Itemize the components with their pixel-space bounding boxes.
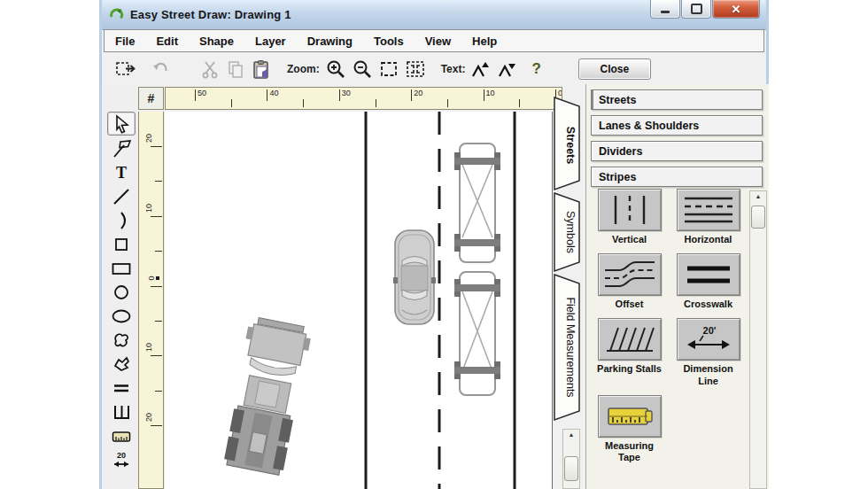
category-lanes-and-shoulders[interactable]: Lanes & Shoulders — [591, 115, 763, 136]
vruler-major-tick — [151, 286, 162, 287]
parallel-lines-tool[interactable] — [108, 376, 135, 399]
scroll-up-icon[interactable]: ▲ — [563, 430, 579, 440]
freeform-tool[interactable] — [108, 353, 135, 375]
cut-button[interactable] — [199, 58, 221, 80]
car[interactable] — [393, 230, 436, 324]
vruler-label: 20 — [144, 413, 153, 422]
help-button[interactable]: ? — [531, 60, 540, 78]
close-drawing-button[interactable]: Close — [578, 58, 651, 80]
undo-button[interactable] — [150, 58, 171, 80]
line-tool[interactable] — [108, 185, 135, 207]
item-parking-stalls[interactable]: Parking Stalls — [590, 318, 669, 386]
rectangle-tool[interactable] — [108, 257, 135, 279]
copy-button[interactable] — [225, 58, 246, 80]
measuring-tape-tool[interactable] — [108, 424, 135, 446]
text-tool[interactable]: T — [108, 161, 135, 183]
decrease-text-button[interactable] — [496, 58, 517, 80]
paste-icon — [251, 58, 272, 80]
ellipse-tool[interactable] — [108, 305, 135, 327]
menu-item-layer[interactable]: Layer — [255, 35, 286, 48]
panel-scroll-thumb[interactable] — [751, 206, 765, 229]
panel-vertical-scrollbar[interactable]: ▲ — [749, 190, 767, 489]
copy-to-clipboard-button[interactable] — [114, 58, 136, 80]
zoom-window-button[interactable] — [378, 58, 399, 80]
menu-item-drawing[interactable]: Drawing — [307, 35, 353, 48]
tab-symbols[interactable]: Symbols — [554, 193, 579, 271]
canvas-vertical-scrollbar[interactable]: ▲ — [562, 429, 580, 489]
category-dividers[interactable]: Dividers — [591, 141, 763, 161]
menu-item-tools[interactable]: Tools — [374, 35, 404, 48]
item-dimension-line[interactable]: 20' Dimension Line — [669, 318, 748, 386]
menu-item-file[interactable]: File — [115, 35, 135, 48]
vruler-label: 10 — [144, 204, 153, 213]
ruler-corner-button[interactable]: # — [138, 87, 164, 110]
hruler-minor-tick — [231, 99, 232, 107]
drawing-canvas[interactable] — [165, 112, 553, 489]
closed-curve-icon — [111, 330, 132, 351]
item-vertical[interactable]: Vertical — [590, 189, 669, 245]
category-streets[interactable]: Streets — [591, 89, 763, 110]
hruler-major-tick — [411, 89, 412, 101]
hruler-label: 20 — [414, 89, 422, 97]
hruler-label: 30 — [342, 89, 351, 97]
item-measuring-tape[interactable]: Measuring Tape — [590, 395, 669, 463]
svg-text:T: T — [115, 164, 126, 182]
arc-tool[interactable] — [108, 209, 135, 231]
trailer-1[interactable] — [454, 144, 500, 262]
scroll-up-icon[interactable]: ▲ — [750, 191, 766, 202]
horizontal-ruler: 50403020100 ft — [165, 87, 562, 110]
freeform-icon — [111, 353, 132, 375]
zoom-fit-icon — [405, 58, 426, 80]
closed-curve-tool[interactable] — [108, 329, 135, 351]
menu-item-edit[interactable]: Edit — [156, 35, 178, 48]
circle-tool[interactable] — [108, 281, 135, 303]
paste-button[interactable] — [251, 58, 272, 80]
maximize-button[interactable] — [681, 0, 711, 19]
parking-stalls-icon — [601, 322, 658, 357]
svg-text:Field Measurements: Field Measurements — [564, 297, 577, 397]
hruler-minor-tick — [519, 99, 520, 107]
measuring-tape-tool-icon — [111, 425, 132, 446]
ellipse-icon — [111, 306, 132, 327]
square-tool[interactable] — [108, 233, 135, 255]
minimize-button[interactable] — [650, 0, 680, 19]
close-icon: ✕ — [732, 4, 741, 15]
title-bar[interactable]: Easy Street Draw: Drawing 1 ✕ — [102, 0, 766, 30]
tab-streets[interactable]: Streets — [554, 97, 579, 190]
menu-item-shape[interactable]: Shape — [199, 35, 234, 48]
channel-tool[interactable] — [108, 400, 135, 423]
vruler-label: 20 — [144, 134, 153, 143]
vruler-minor-tick — [155, 391, 162, 392]
dimension-line-tool[interactable]: 20 — [108, 448, 135, 470]
channel-icon — [111, 401, 132, 423]
item-offset[interactable]: Offset — [590, 253, 669, 310]
zoom-out-button[interactable] — [352, 58, 373, 80]
callout-tool[interactable] — [108, 137, 135, 159]
close-window-button[interactable]: ✕ — [712, 0, 760, 19]
crosswalk-icon — [680, 257, 737, 292]
item-crosswalk[interactable]: Crosswalk — [669, 253, 748, 310]
hruler-label: 10 — [486, 89, 495, 97]
zoom-fit-button[interactable] — [405, 58, 426, 80]
hruler-label: 40 — [269, 89, 278, 97]
line-icon — [111, 186, 132, 207]
svg-text:Symbols: Symbols — [564, 211, 577, 253]
item-horizontal[interactable]: Horizontal — [669, 189, 748, 245]
truck[interactable] — [221, 316, 313, 477]
canvas-scroll-thumb[interactable] — [564, 456, 578, 481]
hruler-label: 50 — [198, 89, 206, 97]
zoom-in-button[interactable] — [325, 58, 346, 80]
select-tool[interactable] — [107, 112, 136, 136]
menu-item-view[interactable]: View — [425, 35, 451, 48]
export-region-icon — [114, 58, 136, 80]
trailer-2[interactable] — [454, 272, 500, 395]
road-offset-icon — [601, 257, 658, 292]
increase-text-button[interactable] — [469, 58, 491, 80]
tab-field-measurements[interactable]: Field Measurements — [554, 275, 579, 420]
menu-item-help[interactable]: Help — [472, 35, 497, 48]
category-stripes[interactable]: Stripes — [591, 167, 763, 187]
zoom-rectangle-icon — [378, 58, 399, 80]
menu-bar: FileEditShapeLayerDrawingToolsViewHelp — [104, 29, 764, 52]
vertical-ruler: 201001020 — [138, 112, 164, 489]
copy-icon — [225, 58, 246, 80]
